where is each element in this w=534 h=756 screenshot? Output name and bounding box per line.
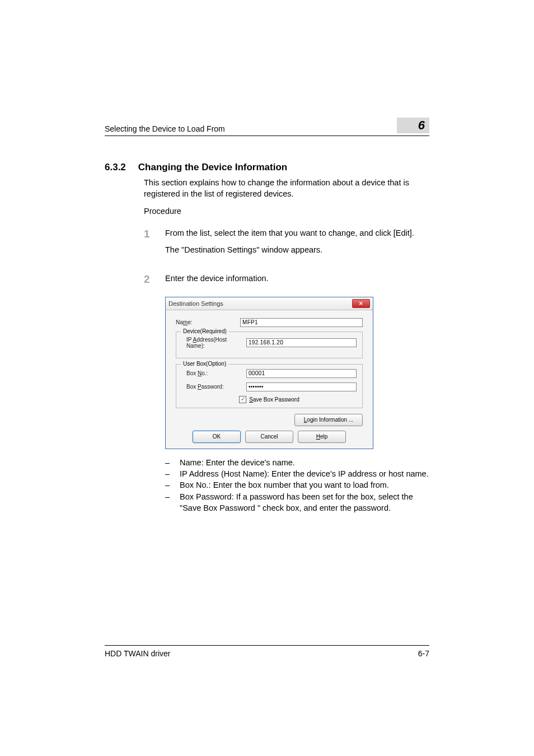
bullet-text: IP Address (Host Name): Enter the device… [180, 468, 429, 479]
procedure-label: Procedure [144, 207, 429, 216]
section-number: 6.3.2 [105, 162, 126, 173]
section-title: Changing the Device Information [138, 162, 287, 173]
save-password-checkbox[interactable]: ✓ [239, 396, 246, 403]
box-no-field[interactable] [246, 369, 357, 378]
userbox-group-legend: User Box(Option) [181, 361, 228, 367]
step-body: From the list, select the item that you … [165, 228, 414, 261]
step-line: The "Destination Settings" window appear… [165, 245, 414, 256]
step-1: 1 From the list, select the item that yo… [144, 228, 429, 261]
chapter-badge: 6 [397, 118, 429, 133]
footer-left: HDD TWAIN driver [105, 649, 170, 658]
chapter-number: 6 [418, 118, 425, 133]
user-box-group: User Box(Option) Box No.: Box Password: … [176, 364, 363, 408]
step-number: 1 [144, 228, 153, 261]
dash-icon: – [165, 457, 172, 468]
step-line: Enter the device information. [165, 273, 269, 284]
step-2: 2 Enter the device information. [144, 273, 429, 290]
name-label: Name: [176, 319, 240, 325]
device-group-legend: Device(Required) [181, 328, 229, 334]
box-password-field[interactable] [246, 382, 357, 391]
bullet-item: – IP Address (Host Name): Enter the devi… [165, 468, 429, 479]
bullet-text: Name: Enter the device's name. [180, 457, 295, 468]
login-information-button[interactable]: Login Information ... [294, 414, 363, 426]
device-required-group: Device(Required) IP Address(Host Name): [176, 332, 363, 358]
header-text: Selecting the Device to Load From [105, 124, 225, 133]
section-heading: 6.3.2 Changing the Device Information [105, 162, 429, 173]
step-number: 2 [144, 273, 153, 290]
boxpw-row: Box Password: [182, 382, 357, 391]
dialog-titlebar: Destination Settings ✕ [166, 297, 373, 310]
ip-address-field[interactable] [246, 338, 357, 347]
destination-settings-dialog: Destination Settings ✕ Name: Device(Requ… [165, 297, 373, 449]
bullet-item: – Name: Enter the device's name. [165, 457, 429, 468]
bullet-text: Box No.: Enter the box number that you w… [180, 479, 389, 491]
close-button[interactable]: ✕ [352, 299, 370, 308]
dash-icon: – [165, 468, 172, 479]
dialog-body: Name: Device(Required) IP Address(Host N… [166, 310, 373, 449]
save-password-label: Save Box Password [249, 396, 299, 403]
boxno-label: Box No.: [182, 370, 246, 376]
dash-icon: – [165, 479, 172, 491]
bullet-item: – Box Password: If a password has been s… [165, 491, 429, 514]
section-intro: This section explains how to change the … [144, 178, 429, 199]
page-header: Selecting the Device to Load From 6 [105, 118, 429, 136]
page-number: 6-7 [418, 649, 429, 658]
dash-icon: – [165, 491, 172, 514]
boxno-row: Box No.: [182, 369, 357, 378]
boxpw-label: Box Password: [182, 384, 246, 390]
help-button[interactable]: Help [298, 431, 346, 443]
bullet-item: – Box No.: Enter the box number that you… [165, 479, 429, 491]
page-footer: HDD TWAIN driver 6-7 [105, 645, 429, 658]
login-button-row: Login Information ... [176, 414, 363, 426]
bullet-text: Box Password: If a password has been set… [180, 491, 429, 514]
step-body: Enter the device information. [165, 273, 269, 290]
save-password-row: ✓ Save Box Password [182, 396, 357, 403]
name-row: Name: [176, 318, 363, 327]
name-field[interactable] [240, 318, 363, 327]
field-descriptions: – Name: Enter the device's name. – IP Ad… [165, 457, 429, 514]
step-line: From the list, select the item that you … [165, 228, 414, 239]
dialog-button-row: OK Cancel Help [176, 431, 363, 443]
cancel-button[interactable]: Cancel [245, 431, 293, 443]
ip-label: IP Address(Host Name): [182, 337, 246, 349]
dialog-title: Destination Settings [168, 300, 223, 307]
ip-row: IP Address(Host Name): [182, 337, 357, 349]
ok-button[interactable]: OK [193, 431, 241, 443]
close-icon: ✕ [359, 301, 363, 306]
